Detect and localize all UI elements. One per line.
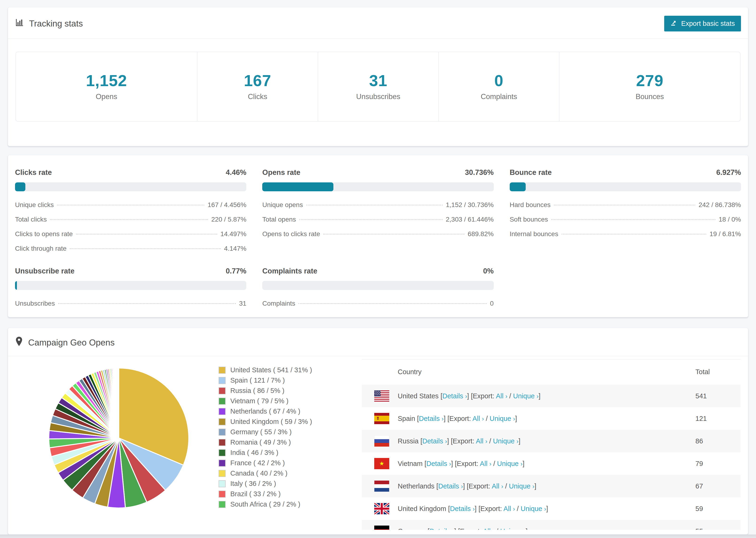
page-bottom-strip (0, 534, 756, 538)
opens-progress-bar (262, 183, 494, 191)
country-cell: Germany [Details ›] [Export: All › / Uni… (398, 520, 695, 530)
legend-label: India ( 46 / 3% ) (230, 449, 279, 457)
legend-swatch (219, 459, 226, 467)
legend-item: Russia ( 86 / 5% ) (219, 387, 362, 395)
export-all-link[interactable]: All › (476, 437, 487, 445)
flag-column-header (362, 359, 398, 385)
legend-label: Italy ( 36 / 2% ) (230, 480, 276, 488)
export-all-link[interactable]: All › (496, 392, 507, 400)
country-cell: Spain [Details ›] [Export: All › / Uniqu… (398, 407, 695, 430)
tracking-stats-card: Tracking stats Export basic stats 1,152O… (8, 7, 748, 146)
stat-cell-opens: 1,152Opens (16, 52, 197, 121)
tracking-stats-title-text: Tracking stats (29, 19, 83, 28)
total-cell: 55 (695, 520, 740, 530)
country-cell: Russia [Details ›] [Export: All › / Uniq… (398, 430, 695, 452)
legend-item: Brazil ( 33 / 2% ) (219, 490, 362, 498)
bounce-rate-block: Bounce rate6.927%Hard bounces242 / 86.73… (510, 168, 741, 252)
legend-label: France ( 42 / 2% ) (230, 459, 285, 467)
stat-value: 0 (441, 71, 557, 90)
legend-item: Vietnam ( 79 / 5% ) (219, 397, 362, 405)
export-all-link[interactable]: All › (503, 505, 515, 512)
legend-swatch (219, 387, 226, 394)
legend-label: Spain ( 121 / 7% ) (230, 377, 285, 384)
us-flag-icon (362, 385, 398, 407)
legend-label: Brazil ( 33 / 2% ) (230, 490, 281, 498)
stat-cell-complaints: 0Complaints (438, 52, 559, 121)
export-all-link[interactable]: All › (492, 482, 503, 490)
rate-row-label: Unsubscribes (15, 300, 55, 307)
stat-value: 1,152 (18, 71, 195, 90)
export-unique-link[interactable]: Unique › (500, 527, 526, 530)
es-flag-icon (362, 407, 398, 430)
rate-row-value: 2,303 / 61.446% (446, 216, 494, 223)
bar-chart-icon (15, 18, 24, 29)
rate-row-value: 242 / 86.738% (698, 201, 741, 209)
rate-value: 6.927% (716, 168, 741, 177)
rate-detail-row: Soft bounces18 / 0% (510, 216, 741, 223)
rate-value: 4.46% (226, 168, 246, 177)
legend-item: United States ( 541 / 31% ) (219, 366, 362, 374)
details-link[interactable]: Details › (450, 505, 474, 512)
details-link[interactable]: Details › (442, 392, 467, 400)
clicks-rate-block: Clicks rate4.46%Unique clicks167 / 4.456… (15, 168, 246, 252)
export-all-link[interactable]: All › (480, 460, 491, 467)
dotted-leader (298, 303, 487, 304)
export-unique-link[interactable]: Unique › (490, 415, 515, 422)
rate-row-label: Clicks to opens rate (15, 230, 73, 238)
export-all-link[interactable]: All › (483, 527, 495, 530)
export-unique-link[interactable]: Unique › (493, 437, 519, 445)
rate-title: Bounce rate (510, 168, 552, 177)
rate-row-value: 31 (239, 300, 246, 307)
legend-swatch (219, 480, 226, 487)
export-unique-link[interactable]: Unique › (497, 460, 523, 467)
dotted-leader (57, 205, 204, 205)
legend-swatch (219, 449, 226, 456)
stat-label: Bounces (562, 92, 738, 101)
details-link[interactable]: Details › (422, 437, 447, 445)
rate-detail-row: Hard bounces242 / 86.738% (510, 201, 741, 209)
rate-detail-row: Total clicks220 / 5.87% (15, 216, 246, 223)
country-name: Netherlands (398, 482, 436, 490)
legend-swatch (219, 470, 226, 477)
rate-row-value: 220 / 5.87% (211, 216, 246, 223)
dotted-leader (554, 205, 695, 205)
opens-rate-block: Opens rate30.736%Unique opens1,152 / 30.… (262, 168, 494, 252)
page: Tracking stats Export basic stats 1,152O… (0, 0, 756, 538)
rate-row-value: 14.497% (220, 230, 246, 238)
dotted-leader (50, 219, 208, 220)
legend-item: Romania ( 49 / 3% ) (219, 439, 362, 446)
export-unique-link[interactable]: Unique › (513, 392, 539, 400)
pie-slice-other[interactable] (119, 368, 119, 438)
stat-label: Clicks (200, 92, 315, 101)
legend-item: South Africa ( 29 / 2% ) (219, 501, 362, 508)
geo-table-row-gb: United Kingdom [Details ›] [Export: All … (362, 497, 740, 520)
export-all-link[interactable]: All › (472, 415, 484, 422)
stat-value: 167 (200, 71, 315, 90)
complaints-rate-block: Complaints rate0%Complaints0 (262, 267, 494, 307)
progress-fill (15, 281, 17, 290)
export-unique-link[interactable]: Unique › (509, 482, 535, 490)
export-basic-stats-button[interactable]: Export basic stats (664, 16, 741, 31)
rate-row-label: Total clicks (15, 216, 47, 223)
rate-row-label: Complaints (262, 300, 295, 307)
details-link[interactable]: Details › (429, 527, 454, 530)
country-cell: Vietnam [Details ›] [Export: All › / Uni… (398, 452, 695, 475)
progress-fill (262, 183, 333, 191)
rate-row-label: Total opens (262, 216, 296, 223)
ru-flag-icon (362, 430, 398, 452)
details-link[interactable]: Details › (419, 415, 444, 422)
geo-table: Country Total United States [Details ›] … (362, 359, 740, 530)
rate-detail-row: Click through rate4.147% (15, 245, 246, 252)
export-unique-link[interactable]: Unique › (520, 505, 546, 512)
rate-row-label: Internal bounces (510, 230, 558, 238)
legend-item: Canada ( 40 / 2% ) (219, 469, 362, 477)
details-link[interactable]: Details › (426, 460, 451, 467)
nl-flag-icon (362, 475, 398, 497)
legend-item: Spain ( 121 / 7% ) (219, 377, 362, 384)
details-link[interactable]: Details › (438, 482, 463, 490)
rate-row-value: 167 / 4.456% (207, 201, 246, 209)
rate-title: Opens rate (262, 168, 300, 177)
legend-label: Netherlands ( 67 / 4% ) (230, 407, 300, 415)
country-name: Russia (398, 437, 420, 445)
dotted-leader (551, 219, 715, 220)
